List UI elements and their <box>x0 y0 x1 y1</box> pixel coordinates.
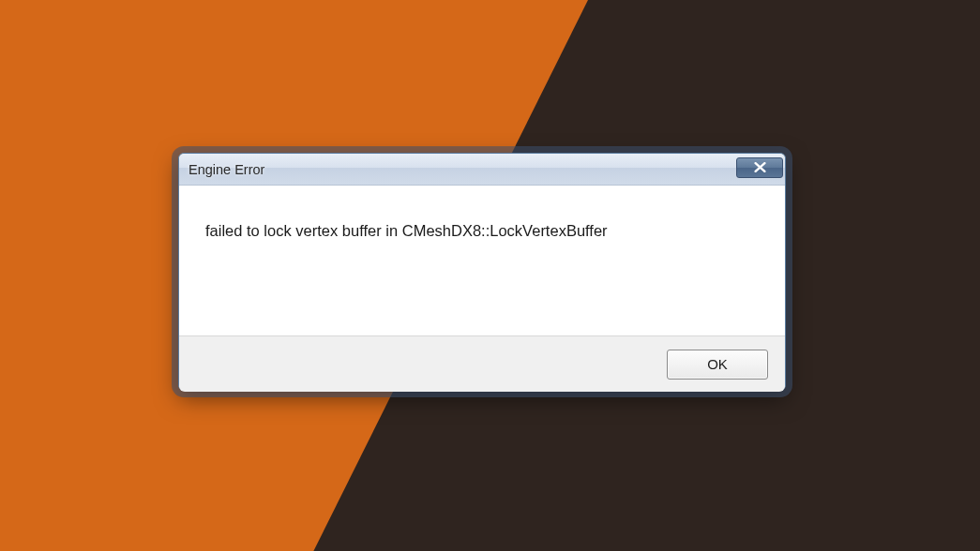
error-message: failed to lock vertex buffer in CMeshDX8… <box>205 221 608 241</box>
dialog-title: Engine Error <box>188 162 264 177</box>
error-dialog: Engine Error failed to lock vertex buffe… <box>178 153 786 391</box>
dialog-titlebar[interactable]: Engine Error <box>179 154 785 186</box>
dialog-body: failed to lock vertex buffer in CMeshDX8… <box>179 186 785 335</box>
dialog-footer: OK <box>179 335 785 392</box>
close-button[interactable] <box>736 157 783 178</box>
close-icon <box>754 162 766 172</box>
ok-button[interactable]: OK <box>667 350 768 380</box>
